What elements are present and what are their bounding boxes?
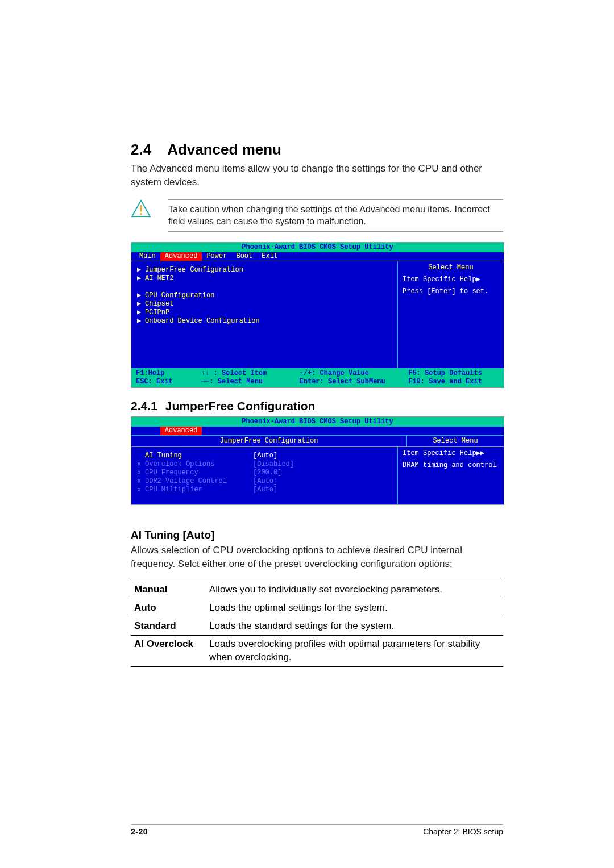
bios-setting-row[interactable]: AI Tuning[Auto]	[137, 452, 392, 460]
bios-help-panel: Select Menu Item Specific Help▶ Press [E…	[398, 261, 504, 368]
bios-item[interactable]: ▶CPU Configuration	[137, 291, 392, 300]
bios-menu-main[interactable]: Main	[135, 252, 160, 261]
section-intro: The Advanced menu items allow you to cha…	[131, 162, 503, 189]
item-help-label: Item Specific Help	[403, 449, 476, 457]
select-menu-label: Select Menu	[403, 264, 499, 272]
option-table: Manual Allows you to individually set ov…	[131, 581, 503, 667]
bios-item[interactable]: ▶JumperFree Configuration	[137, 266, 392, 274]
bios-item[interactable]: ▶Onboard Device Configuration	[137, 317, 392, 326]
bios-panel-title: JumperFree Configuration	[131, 436, 407, 446]
option-name: Standard	[131, 617, 206, 636]
table-row: Manual Allows you to individually set ov…	[131, 581, 503, 599]
caution-text: Take caution when changing the settings …	[168, 199, 503, 232]
caution-icon	[131, 199, 151, 218]
bios-item-blank	[137, 283, 392, 291]
svg-point-2	[140, 213, 142, 215]
bios-screenshot-jumperfree: Phoenix-Award BIOS CMOS Setup Utility Ma…	[131, 416, 504, 505]
option-desc: Loads the standard settings for the syst…	[206, 617, 503, 636]
caution-block: Take caution when changing the settings …	[131, 199, 503, 232]
option-desc: Allows you to individually set overclock…	[206, 581, 503, 599]
option-body: Allows selection of CPU overclocking opt…	[131, 544, 503, 571]
subsection-number: 2.4.1	[131, 399, 157, 412]
option-desc: Loads overclocking profiles with optimal…	[206, 636, 503, 667]
option-name: Auto	[131, 599, 206, 617]
bios-setting-row: xOverclock Options[Disabled]	[137, 460, 392, 469]
bios-menu-advanced[interactable]: Advanced	[160, 427, 202, 435]
bios-menu-power[interactable]: Power	[202, 252, 231, 261]
section-heading: 2.4Advanced menu	[131, 141, 503, 158]
chevron-right-icon: ▶▶	[476, 449, 484, 457]
bios-item[interactable]: ▶Chipset	[137, 300, 392, 308]
bios-menu-advanced[interactable]: Advanced	[160, 252, 202, 261]
page-footer: 2-20 Chapter 2: BIOS setup	[131, 824, 503, 836]
table-row: AI Overclock Loads overclocking profiles…	[131, 636, 503, 667]
bios-menu-exit[interactable]: Exit	[257, 252, 283, 261]
page-number: 2-20	[131, 827, 148, 836]
option-desc: Loads the optimal settings for the syste…	[206, 599, 503, 617]
chevron-right-icon: ▶	[476, 276, 480, 283]
item-help-body: DRAM timing and control	[403, 461, 499, 470]
select-menu-label: Select Menu	[407, 436, 504, 446]
item-help-label: Item Specific Help	[403, 276, 476, 283]
subsection-heading: 2.4.1JumperFree Configuration	[131, 399, 503, 413]
bios-title: Phoenix-Award BIOS CMOS Setup Utility	[131, 243, 504, 252]
section-title: Advanced menu	[167, 141, 281, 158]
option-name: AI Overclock	[131, 636, 206, 667]
bios-menu-bar: Main Advanced Power Boot Exit	[131, 252, 504, 261]
bios-screenshot-advanced: Phoenix-Award BIOS CMOS Setup Utility Ma…	[131, 242, 504, 388]
bios-footer: F1:Help ↑↓ : Select Item -/+: Change Val…	[131, 368, 504, 387]
option-heading: AI Tuning [Auto]	[131, 529, 503, 541]
page: 2.4Advanced menu The Advanced menu items…	[0, 0, 614, 868]
section-number: 2.4	[131, 141, 151, 158]
option-name: Manual	[131, 581, 206, 599]
table-row: Standard Loads the standard settings for…	[131, 617, 503, 636]
bios-item[interactable]: ▶PCIPnP	[137, 308, 392, 317]
bios-title: Phoenix-Award BIOS CMOS Setup Utility	[131, 417, 504, 427]
bios-menu-bar: Main Advanced	[131, 427, 504, 435]
bios-item[interactable]: ▶AI NET2	[137, 274, 392, 283]
bios-items-panel: ▶JumperFree Configuration ▶AI NET2 ▶CPU …	[131, 261, 398, 368]
item-help-body: Press [Enter] to set.	[403, 287, 499, 296]
bios-help-panel: Item Specific Help▶▶ DRAM timing and con…	[398, 447, 504, 504]
bios-setting-row: xDDR2 Voltage Control[Auto]	[137, 477, 392, 486]
bios-items-panel: AI Tuning[Auto] xOverclock Options[Disab…	[131, 447, 398, 504]
bios-setting-row: xCPU Miltiplier[Auto]	[137, 486, 392, 494]
bios-menu-boot[interactable]: Boot	[231, 252, 257, 261]
subsection-title: JumperFree Configuration	[165, 399, 316, 412]
chapter-label: Chapter 2: BIOS setup	[423, 827, 503, 836]
bios-setting-row: xCPU Frequency[200.0]	[137, 469, 392, 477]
table-row: Auto Loads the optimal settings for the …	[131, 599, 503, 617]
